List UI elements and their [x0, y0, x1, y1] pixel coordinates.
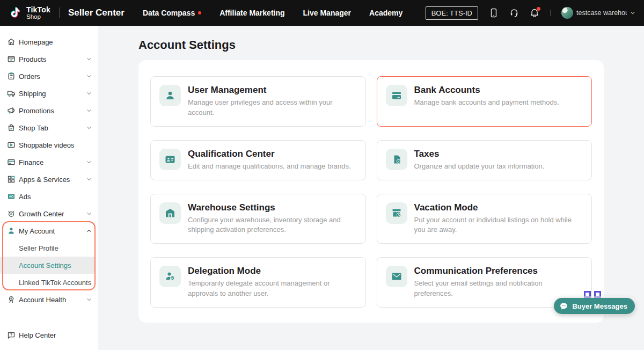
headset-support-icon[interactable]	[509, 8, 519, 18]
sidebar-item-apps-services[interactable]: Apps & Services	[0, 171, 98, 188]
sidebar-list: Homepage Products Orders Shipping Promot…	[0, 26, 98, 308]
sidebar-item-ads[interactable]: AD Ads	[0, 188, 98, 205]
sidebar-item-growth-center[interactable]: Growth Center	[0, 205, 98, 222]
chevron-down-icon	[630, 10, 635, 16]
topbar-nav: Data Compass Affiliate Marketing Live Ma…	[136, 9, 402, 17]
products-box-icon	[7, 55, 16, 63]
seller-center-title[interactable]: Seller Center	[68, 8, 125, 18]
finance-card-icon	[7, 158, 16, 166]
card-delegation-mode[interactable]: Delegation Mode Temporarily delegate acc…	[150, 257, 366, 308]
sidebar-item-seller-profile[interactable]: Seller Profile	[0, 239, 98, 257]
chevron-down-icon	[86, 74, 92, 79]
card-text: Delegation Mode Temporarily delegate acc…	[188, 266, 357, 299]
my-account-person-icon	[7, 227, 16, 235]
taxes-icon	[386, 149, 407, 170]
sidebar-item-shoppable-videos[interactable]: Shoppable videos	[0, 136, 98, 154]
growth-center-icon	[7, 209, 16, 218]
user-name: testcase warehouse	[576, 9, 627, 17]
shipping-truck-icon	[7, 89, 16, 98]
chevron-down-icon	[86, 56, 92, 62]
tiktok-note-icon	[9, 5, 23, 21]
warehouse-settings-icon	[159, 202, 181, 224]
sidebar-item-account-settings[interactable]: Account Settings	[0, 257, 94, 274]
card-warehouse-settings[interactable]: Warehouse Settings Configure your wareho…	[150, 194, 366, 244]
card-text: User Management Manage user privileges a…	[188, 85, 357, 118]
mobile-app-icon[interactable]	[489, 8, 499, 18]
chevron-down-icon	[86, 177, 92, 182]
vacation-mode-icon	[386, 202, 407, 224]
communication-preferences-icon	[386, 266, 407, 287]
environment-badge[interactable]: BOE: TTS-ID	[426, 6, 478, 20]
nav-live-manager[interactable]: Live Manager	[303, 9, 351, 17]
card-text: Vacation Mode Put your account or indivi…	[414, 202, 583, 236]
topbar: TikTok Shop Seller Center Data Compass A…	[0, 0, 644, 26]
orders-clipboard-icon	[7, 72, 16, 81]
sidebar-item-finance[interactable]: Finance	[0, 154, 98, 171]
logo-wordmark: TikTok Shop	[26, 6, 50, 20]
svg-text:?: ?	[10, 333, 12, 337]
sidebar-item-account-health[interactable]: Account Health	[0, 291, 98, 308]
settings-panel: User Management Manage user privileges a…	[138, 60, 604, 323]
sidebar-item-shipping[interactable]: Shipping	[0, 85, 98, 102]
apps-grid-icon	[7, 175, 16, 184]
widget-squares-icon	[584, 291, 601, 298]
video-play-icon	[7, 141, 16, 149]
topbar-mini-divider	[550, 10, 551, 16]
data-compass-new-dot	[198, 11, 201, 14]
seller-center-page: TikTok Shop Seller Center Data Compass A…	[0, 0, 644, 350]
notifications-bell-icon[interactable]	[530, 8, 539, 18]
sidebar-item-linked-tiktok-accounts[interactable]: Linked TikTok Accounts	[0, 274, 98, 291]
chevron-down-icon	[86, 297, 92, 302]
chevron-down-icon	[86, 125, 92, 130]
card-vacation-mode[interactable]: Vacation Mode Put your account or indivi…	[377, 194, 592, 244]
bank-accounts-icon	[386, 85, 407, 106]
sidebar-item-products[interactable]: Products	[0, 50, 98, 68]
nav-academy[interactable]: Academy	[369, 9, 402, 17]
chevron-down-icon	[86, 211, 92, 216]
qualification-center-icon	[159, 149, 181, 170]
sidebar-item-orders[interactable]: Orders	[0, 68, 98, 85]
shop-bag-icon	[7, 123, 16, 132]
chevron-down-icon	[86, 91, 92, 96]
sidebar-item-help-center[interactable]: ? Help Center	[0, 326, 98, 344]
card-user-management[interactable]: User Management Manage user privileges a…	[150, 76, 366, 127]
nav-affiliate-marketing[interactable]: Affiliate Marketing	[219, 9, 284, 17]
page-title: Account Settings	[138, 38, 644, 52]
chat-bubble-icon	[559, 302, 568, 311]
chevron-down-icon	[86, 159, 92, 165]
sidebar-item-shop-tab[interactable]: Shop Tab	[0, 119, 98, 136]
sidebar: Homepage Products Orders Shipping Promot…	[0, 26, 98, 350]
settings-cards-grid: User Management Manage user privileges a…	[150, 76, 592, 308]
bell-notification-dot	[537, 7, 540, 11]
user-management-icon	[159, 85, 181, 106]
tiktok-shop-logo[interactable]: TikTok Shop	[9, 5, 50, 21]
topbar-divider	[59, 8, 60, 18]
card-text: Bank Accounts Manage bank accounts and p…	[414, 85, 559, 108]
home-icon	[7, 38, 16, 46]
topbar-right: BOE: TTS-ID	[426, 6, 635, 20]
card-text: Taxes Organize and update your tax infor…	[414, 149, 545, 172]
card-text: Qualification Center Edit and manage qua…	[188, 149, 351, 172]
avatar	[561, 7, 573, 19]
account-health-medal-icon	[7, 295, 16, 304]
delegation-mode-icon	[159, 266, 181, 287]
card-taxes[interactable]: Taxes Organize and update your tax infor…	[377, 140, 592, 180]
svg-text:AD: AD	[9, 194, 14, 198]
help-center-icon: ?	[7, 331, 16, 339]
card-text: Communication Preferences Select your em…	[414, 266, 583, 299]
card-bank-accounts[interactable]: Bank Accounts Manage bank accounts and p…	[377, 76, 592, 127]
sidebar-item-homepage[interactable]: Homepage	[0, 33, 98, 50]
card-qualification-center[interactable]: Qualification Center Edit and manage qua…	[150, 140, 366, 180]
ads-icon: AD	[7, 192, 16, 201]
sidebar-item-promotions[interactable]: Promotions	[0, 102, 98, 119]
chevron-up-icon	[86, 228, 92, 234]
sidebar-item-my-account[interactable]: My Account	[0, 222, 98, 239]
account-menu[interactable]: testcase warehouse	[561, 7, 635, 19]
chevron-down-icon	[86, 108, 92, 113]
card-text: Warehouse Settings Configure your wareho…	[188, 202, 357, 236]
buyer-messages-button[interactable]: Buyer Messages	[554, 298, 635, 314]
nav-data-compass[interactable]: Data Compass	[143, 9, 201, 17]
promotions-megaphone-icon	[7, 106, 16, 115]
